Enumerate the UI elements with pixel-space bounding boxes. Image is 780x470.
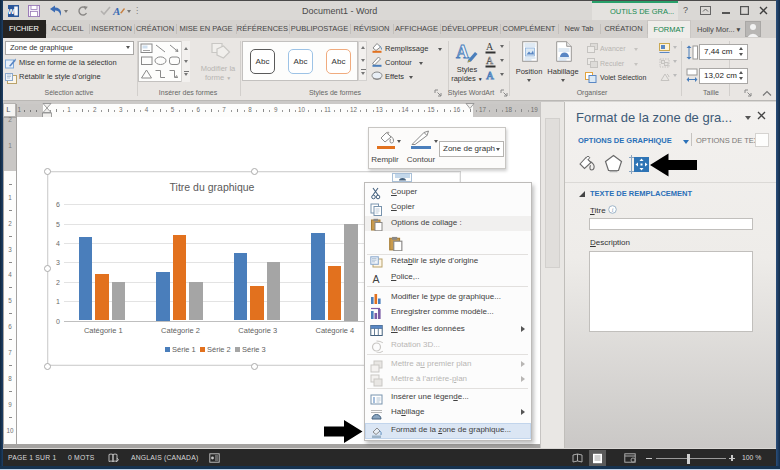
svg-text:A: A <box>486 55 494 66</box>
svg-text:A: A <box>486 41 494 52</box>
svg-text:W: W <box>8 7 15 16</box>
svg-text:A: A <box>373 273 380 285</box>
svg-text:A: A <box>456 42 469 62</box>
svg-text:A: A <box>486 69 494 81</box>
svg-text:A: A <box>112 5 120 17</box>
